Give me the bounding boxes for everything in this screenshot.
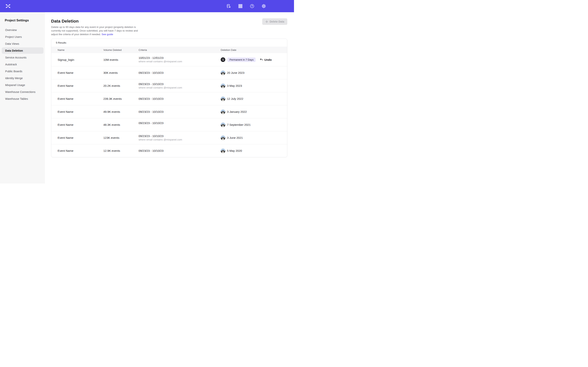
page-title: Data Deletion <box>51 19 287 24</box>
description-line: adjust the criteria of your deletion if … <box>51 33 287 36</box>
criteria-date-range: 09/23/23 - 10/10/23 <box>138 110 221 113</box>
deletion-date-text: 20 June 2023 <box>227 71 244 74</box>
deletion-date-cell: 12 July 2022 <box>221 97 283 101</box>
criteria-date-range: 09/23/23 - 10/10/23 <box>138 71 221 74</box>
criteria-date-range: 10/01/23 - 12/01/23 <box>138 56 221 59</box>
settings-gear-icon[interactable] <box>261 4 266 8</box>
undo-label: Undo <box>264 58 272 61</box>
criteria-filter: where email contains @mixpanel.com <box>138 60 221 63</box>
criteria-cell: 09/23/23 - 10/10/23 <box>138 121 221 128</box>
criteria-cell: 10/01/23 - 12/01/23where email contains … <box>138 56 221 63</box>
column-header-criteria: Criteria <box>138 49 221 51</box>
table-row: Event Name49.9K events09/23/23 - 10/10/2… <box>51 105 287 118</box>
sidebar-item-label: Autotrack <box>5 63 17 66</box>
database-gear-icon[interactable] <box>226 4 231 8</box>
sidebar-item-overview[interactable]: Overview <box>2 27 43 33</box>
sidebar-item-label: Identity Merge <box>5 77 23 80</box>
sidebar-item-autotrack[interactable]: Autotrack <box>2 61 43 67</box>
delete-data-label: Delete Data <box>270 20 284 23</box>
sidebar-item-label: Service Accounts <box>5 56 26 59</box>
table-body: Signup_login10M events10/01/23 - 12/01/2… <box>51 53 287 157</box>
volume-deleted-cell: 239.3K events <box>103 97 138 100</box>
sidebar-item-data-deletion[interactable]: Data Deletion <box>2 47 43 54</box>
deletion-date-text: 7 September 2021 <box>227 123 251 126</box>
mixpanel-logo-icon[interactable] <box>5 3 11 9</box>
project-settings-sidebar: Project Settings OverviewProject UsersDa… <box>0 12 45 184</box>
deletion-date-cell: 3 June 2021 <box>221 135 283 140</box>
sidebar-item-label: Warehouse Connections <box>5 90 35 93</box>
column-header-name: Name <box>58 49 103 51</box>
sidebar-item-label: Data Views <box>5 42 19 45</box>
top-navbar: ? <box>0 0 294 12</box>
user-photo-avatar <box>221 135 225 140</box>
undo-icon <box>260 58 263 61</box>
event-name-cell: Event Name <box>58 71 103 74</box>
sidebar-item-identity-merge[interactable]: Identity Merge <box>2 75 43 81</box>
deletion-date-text: 12 July 2022 <box>227 97 243 100</box>
volume-deleted-cell: 49.9K events <box>103 110 138 113</box>
sidebar-item-mixpanel-usage[interactable]: Mixpanel Usage <box>2 82 43 88</box>
criteria-cell: 09/23/23 - 10/10/23 <box>138 97 221 100</box>
event-name-cell: Signup_login <box>58 58 103 61</box>
deletion-date-text: 3 May 2023 <box>227 84 242 87</box>
event-name-cell: Event Name <box>58 149 103 152</box>
sidebar-item-warehouse-tables[interactable]: Warehouse Tables <box>2 96 43 102</box>
apps-grid-icon[interactable] <box>238 4 243 8</box>
criteria-date-range: 09/23/23 - 10/10/23 <box>138 82 221 86</box>
deletion-requests-card: 5 Results Name Volume Deleted Criteria D… <box>51 39 287 157</box>
sidebar-item-public-boards[interactable]: Public Boards <box>2 68 43 74</box>
criteria-cell: 09/23/23 - 10/10/23where email contains … <box>138 82 221 89</box>
page-description: Delete up to 90 days data for any event … <box>51 25 287 36</box>
user-photo-avatar <box>221 71 225 75</box>
volume-deleted-cell: 48.3K events <box>103 123 138 126</box>
user-photo-avatar <box>221 97 225 101</box>
criteria-date-range: 09/23/23 - 10/10/23 <box>138 134 221 138</box>
column-header-volume-deleted: Volume Deleted <box>103 49 138 51</box>
deletion-date-cell: Permanent in 7 DaysUndo <box>221 57 283 62</box>
event-name-cell: Event Name <box>58 123 103 126</box>
sidebar-item-label: Warehouse Tables <box>5 97 28 100</box>
dark-illustration-avatar <box>221 57 225 62</box>
sidebar-item-list: OverviewProject UsersData ViewsData Dele… <box>0 27 45 102</box>
volume-deleted-cell: 20.2K events <box>103 84 138 87</box>
event-name-cell: Event Name <box>58 136 103 139</box>
criteria-date-range: 09/23/23 - 10/10/23 <box>138 121 221 125</box>
status-badge: Permanent in 7 Days <box>228 58 256 62</box>
sidebar-item-data-views[interactable]: Data Views <box>2 41 43 47</box>
criteria-date-range: 09/23/23 - 10/10/23 <box>138 149 221 152</box>
table-row: Event Name239.3K events09/23/23 - 10/10/… <box>51 92 287 105</box>
sidebar-heading: Project Settings <box>0 18 45 22</box>
sidebar-item-label: Data Deletion <box>5 49 23 52</box>
event-name-cell: Event Name <box>58 110 103 113</box>
criteria-date-range: 09/23/23 - 10/10/23 <box>138 97 221 100</box>
column-header-deletion-date: Deletion Date <box>221 49 283 51</box>
user-photo-avatar <box>221 83 225 88</box>
table-row: Event Name12.9K events09/23/23 - 10/10/2… <box>51 144 287 157</box>
criteria-filter: where email contains @mixpanel.com <box>138 138 221 141</box>
event-name-cell: Event Name <box>58 84 103 87</box>
navbar-icon-group: ? <box>226 0 266 12</box>
volume-deleted-cell: 30K events <box>103 71 138 74</box>
sidebar-item-warehouse-connections[interactable]: Warehouse Connections <box>2 89 43 95</box>
deletion-date-cell: 7 September 2021 <box>221 123 283 127</box>
volume-deleted-cell: 123K events <box>103 136 138 139</box>
delete-data-button[interactable]: Delete Data <box>262 18 287 25</box>
sidebar-item-label: Overview <box>5 28 17 32</box>
user-photo-avatar <box>221 149 225 153</box>
table-header-row: Name Volume Deleted Criteria Deletion Da… <box>51 47 287 53</box>
help-icon[interactable]: ? <box>250 4 254 8</box>
table-row: Event Name123K events09/23/23 - 10/10/23… <box>51 131 287 144</box>
deletion-date-cell: 3 January 2022 <box>221 109 283 114</box>
deletion-date-text: 5 May 2020 <box>227 149 242 152</box>
sidebar-item-service-accounts[interactable]: Service Accounts <box>2 54 43 61</box>
event-name-cell: Event Name <box>58 97 103 100</box>
criteria-cell: 09/23/23 - 10/10/23 <box>138 71 221 74</box>
sidebar-item-project-users[interactable]: Project Users <box>2 34 43 40</box>
undo-button[interactable]: Undo <box>260 58 272 61</box>
criteria-cell: 09/23/23 - 10/10/23 <box>138 149 221 152</box>
user-photo-avatar <box>221 109 225 114</box>
see-guide-link[interactable]: See guide <box>102 33 113 36</box>
results-count: 5 Results <box>51 39 287 47</box>
deletion-date-cell: 20 June 2023 <box>221 71 283 75</box>
main-content: Data Deletion Delete up to 90 days data … <box>45 12 294 184</box>
